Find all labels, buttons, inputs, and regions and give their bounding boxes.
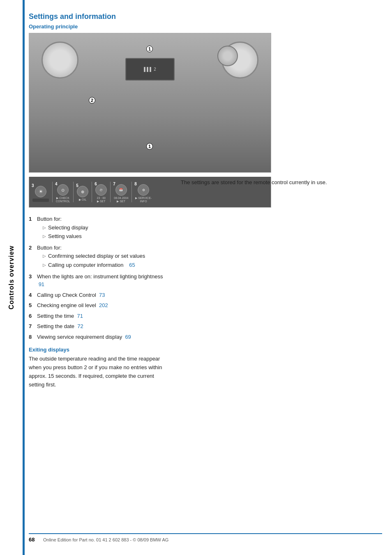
list-num-4: 4 xyxy=(29,291,35,299)
link-69[interactable]: 69 xyxy=(125,334,131,340)
cluster-item-8: 8 ⚙ ▶ SERVICE-INFO xyxy=(134,181,153,203)
cluster-num-7: 7 xyxy=(113,182,115,186)
main-content: Settings and information Operating princ… xyxy=(29,12,382,389)
list-content-2: Button for: ▷ Confirming selected displa… xyxy=(37,244,168,270)
label-2: 2 xyxy=(89,97,95,104)
link-65[interactable]: 65 xyxy=(129,261,135,269)
list-content-1: Button for: ▷ Selecting display ▷ Settin… xyxy=(37,215,168,241)
list-item-2: 2 Button for: ▷ Confirming selected disp… xyxy=(29,244,168,270)
cluster-num-6: 6 xyxy=(95,182,97,186)
list-text-2: Button for: xyxy=(37,245,62,251)
list-num-2: 2 xyxy=(29,244,35,270)
two-column-layout: ▌▌▌ 2 1 2 1 3 xyxy=(29,33,382,389)
list-content-8: Viewing service requirement display 69 xyxy=(37,333,168,341)
instrument-panel-graphic: ▌▌▌ 2 1 2 1 xyxy=(29,33,271,172)
list-num-8: 8 xyxy=(29,333,35,341)
link-91[interactable]: 91 xyxy=(39,281,44,287)
cluster-item-6: 6 ⏱ 23 : 00▶ SET xyxy=(94,181,108,203)
list-num-5: 5 xyxy=(29,301,35,310)
units-footer-text: The settings are stored for the remote c… xyxy=(181,178,382,187)
page-number: 68 xyxy=(29,536,39,543)
divider-3 xyxy=(92,182,92,202)
list-item-5: 5 Checking engine oil level 202 xyxy=(29,301,168,310)
sub-list-1: ▷ Selecting display ▷ Setting values xyxy=(43,224,168,240)
list-content-6: Setting the time 71 xyxy=(37,312,168,320)
cluster-item-3: 3 ☀ xyxy=(31,183,51,202)
arrow-icon-4: ▷ xyxy=(43,262,46,269)
list-item-4: 4 Calling up Check Control 73 xyxy=(29,291,168,299)
list-text-1: Button for: xyxy=(37,216,62,222)
arrow-icon-3: ▷ xyxy=(43,253,46,260)
list-content-5: Checking engine oil level 202 xyxy=(37,301,168,310)
list-content-3: When the lights are on: instrument light… xyxy=(37,273,168,289)
page-footer: 68 Online Edition for Part no. 01 41 2 6… xyxy=(29,533,382,543)
sub-item-1-2: ▷ Setting values xyxy=(43,233,168,240)
divider-4 xyxy=(110,182,111,202)
cluster-num-4: 4 xyxy=(55,182,58,186)
cluster-num-8: 8 xyxy=(134,182,137,186)
exiting-displays-title: Exiting displays xyxy=(29,347,168,353)
list-item-8: 8 Viewing service requirement display 69 xyxy=(29,333,168,341)
list-num-1: 1 xyxy=(29,215,35,241)
list-item-7: 7 Setting the date 72 xyxy=(29,322,168,331)
sidebar-label: Controls overview xyxy=(8,245,15,310)
list-content-7: Setting the date 72 xyxy=(37,322,168,331)
page-footer-text: Online Edition for Part no. 01 41 2 602 … xyxy=(43,537,168,542)
link-73[interactable]: 73 xyxy=(99,292,105,298)
list-item-3: 3 When the lights are on: instrument lig… xyxy=(29,273,168,289)
sub-text-2-2: Calling up computer information xyxy=(48,261,124,269)
link-72[interactable]: 72 xyxy=(77,323,83,329)
exiting-displays-text: The outside temperature reading and the … xyxy=(29,355,168,389)
sidebar: Controls overview xyxy=(0,0,23,555)
arrow-icon-1: ▷ xyxy=(43,225,46,231)
list-num-6: 6 xyxy=(29,312,35,320)
sub-item-2-1: ▷ Confirming selected display or set val… xyxy=(43,252,168,260)
list-num-7: 7 xyxy=(29,322,35,331)
instrument-image: ▌▌▌ 2 1 2 1 xyxy=(29,33,271,173)
sub-text-1-2: Setting values xyxy=(48,233,82,240)
list-item-6: 6 Setting the time 71 xyxy=(29,312,168,320)
list-num-3: 3 xyxy=(29,273,35,289)
sub-text-2-1: Confirming selected display or set value… xyxy=(48,252,145,260)
section-title: Settings and information xyxy=(29,12,382,21)
cluster-item-7: 7 📅 08.04.2004▶ SET xyxy=(112,181,130,203)
operating-principle-label: Operating principle xyxy=(29,23,382,30)
link-71[interactable]: 71 xyxy=(77,313,83,319)
divider-2 xyxy=(73,182,74,202)
arrow-icon-2: ▷ xyxy=(43,234,46,240)
sub-item-1-1: ▷ Selecting display xyxy=(43,224,168,231)
divider-1 xyxy=(52,182,53,202)
left-column: ▌▌▌ 2 1 2 1 3 xyxy=(29,33,168,389)
cluster-item-4: 4 ⊙ ▶ CHECKCONTROL xyxy=(54,181,71,203)
cluster-num-5: 5 xyxy=(76,183,78,188)
blue-bar-accent xyxy=(23,0,25,555)
label-1-top: 1 xyxy=(146,46,153,52)
link-202[interactable]: 202 xyxy=(99,302,108,308)
sub-item-2-2: ▷ Calling up computer information 65 xyxy=(43,261,168,269)
label-1-bottom: 1 xyxy=(146,143,153,150)
cluster-item-5: 5 ⊕ ▶ OIL xyxy=(75,183,90,201)
cluster-num-3: 3 xyxy=(32,183,34,188)
sub-list-2: ▷ Confirming selected display or set val… xyxy=(43,252,168,268)
divider-5 xyxy=(131,182,132,202)
list-content-4: Calling up Check Control 73 xyxy=(37,291,168,299)
sub-text-1-1: Selecting display xyxy=(48,224,88,231)
list-item-1: 1 Button for: ▷ Selecting display ▷ Sett… xyxy=(29,215,168,241)
